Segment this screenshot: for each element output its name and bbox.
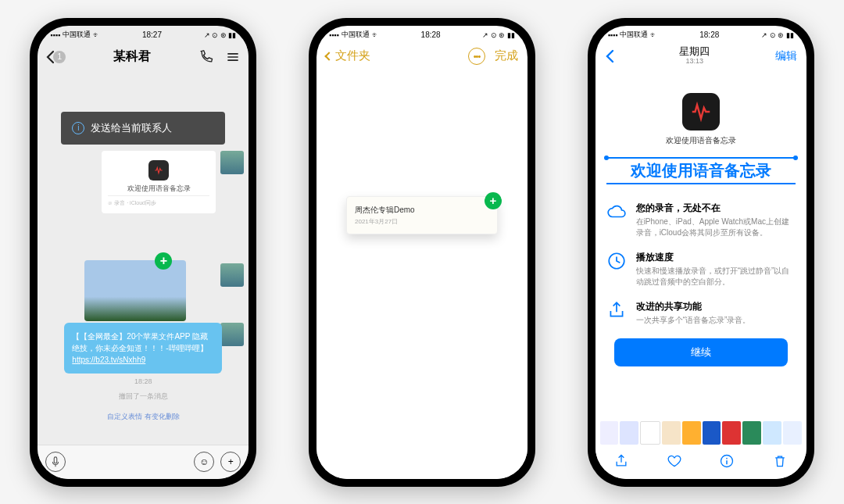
drop-add-icon: + xyxy=(485,192,502,209)
chat-title: 某科君 xyxy=(113,48,151,65)
note-date: 2021年3月27日 xyxy=(355,217,489,226)
avatar[interactable] xyxy=(220,151,244,174)
phone-notes-drop: ▪▪▪▪中国联通ᯤ 18:28 ↗ ⊙ ⊛ ▮▮ 文件夹 ••• 完成 周杰伦专… xyxy=(309,18,535,487)
avatar[interactable] xyxy=(220,263,244,287)
status-bar: ▪▪▪▪中国联通ᯤ 18:27 ↗ ⊙ ⊛ ▮▮ xyxy=(38,26,249,41)
feature-sync: 您的录音，无处不在在iPhone、iPad、Apple Watch或Mac上创建… xyxy=(606,202,796,238)
link-card[interactable]: 欢迎使用语音备忘录 ⊙ 录音 · iCloud同步 xyxy=(102,151,216,213)
back-button[interactable]: 1 xyxy=(45,50,66,64)
phone-wechat-chat: ▪▪▪▪中国联通ᯤ 18:27 ↗ ⊙ ⊛ ▮▮ 1 某科君 欢迎使用语音备忘录… xyxy=(30,18,256,487)
continue-button[interactable]: 继续 xyxy=(614,338,788,366)
phone-voice-memos-welcome: ▪▪▪▪中国联通ᯤ 18:28 ↗ ⊙ ⊛ ▮▮ 星期四13:13 编辑 欢迎使… xyxy=(588,18,814,487)
message-link[interactable]: https://b23.tv/sNxhh9 xyxy=(72,356,145,364)
more-options-icon[interactable]: ••• xyxy=(468,48,485,65)
done-button[interactable]: 完成 xyxy=(495,48,518,63)
dragged-image[interactable] xyxy=(84,260,186,321)
welcome-headline[interactable]: 欢迎使用语音备忘录 xyxy=(606,157,796,184)
note-title: 周杰伦专辑Demo xyxy=(355,205,489,216)
photo-tray[interactable] xyxy=(600,421,802,445)
avatar[interactable] xyxy=(220,323,244,346)
emoji-icon[interactable]: ☺ xyxy=(194,452,214,472)
plus-icon[interactable]: + xyxy=(220,452,241,472)
trash-icon[interactable] xyxy=(772,453,788,469)
voice-input-icon[interactable] xyxy=(45,452,66,472)
sticker-hint[interactable]: 自定义表情 有变化删除 xyxy=(38,412,249,422)
cloud-icon xyxy=(606,202,627,222)
feature-share: 改进的共享功能一次共享多个“语音备忘录”录音。 xyxy=(606,300,796,326)
timestamp: 18:28 xyxy=(38,377,249,385)
share-icon xyxy=(606,300,627,320)
status-bar: ▪▪▪▪中国联通ᯤ 18:28 ↗ ⊙ ⊛ ▮▮ xyxy=(316,26,528,41)
edit-button[interactable]: 编辑 xyxy=(775,49,797,63)
input-bar: ☺ + xyxy=(38,445,249,479)
back-folders-button[interactable]: 文件夹 xyxy=(326,48,370,63)
call-icon[interactable] xyxy=(198,49,214,65)
heart-icon[interactable] xyxy=(667,453,682,469)
svg-point-6 xyxy=(727,457,728,459)
dragged-note-card[interactable]: 周杰伦专辑Demo 2021年3月27日 + xyxy=(346,196,498,234)
speed-icon xyxy=(606,251,627,271)
unread-badge: 1 xyxy=(53,51,66,63)
more-icon[interactable] xyxy=(225,49,241,65)
share-icon[interactable] xyxy=(613,453,629,469)
info-icon[interactable] xyxy=(719,453,735,469)
voice-memos-icon xyxy=(148,160,169,181)
status-bar: ▪▪▪▪中国联通ᯤ 18:28 ↗ ⊙ ⊛ ▮▮ xyxy=(595,26,806,41)
feature-speed: 播放速度快速和慢速播放录音，或打开“跳过静音”以自动跳过音频中的空白部分。 xyxy=(606,251,796,288)
back-button[interactable] xyxy=(605,49,614,63)
chat-nav: 1 某科君 xyxy=(38,41,249,73)
voice-memos-app-icon xyxy=(682,93,720,130)
toolbar xyxy=(595,449,806,473)
icon-caption: 欢迎使用语音备忘录 xyxy=(606,135,796,146)
message-bubble[interactable]: 【【全网最全】20个苹果文件APP 隐藏绝技，你未必全知道！！！-哔哩哔哩】 h… xyxy=(64,323,222,374)
drop-add-icon: + xyxy=(155,252,172,270)
share-toast[interactable]: i发送给当前联系人 xyxy=(61,112,225,145)
recall-text: 撤回了一条消息 xyxy=(38,391,249,402)
nav-title: 星期四13:13 xyxy=(679,46,710,65)
